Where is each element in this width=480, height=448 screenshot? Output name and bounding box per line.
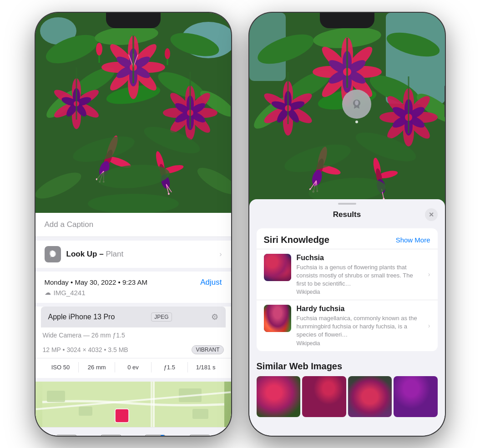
hardy-title: Hardy fuchsia (297, 305, 423, 313)
svg-rect-92 (115, 409, 129, 423)
share-button[interactable] (56, 435, 76, 435)
lookup-label: Look Up – Plant (66, 250, 124, 259)
lookup-arrow-icon: › (219, 250, 222, 258)
date-text: Monday • May 30, 2022 • 9:23 AM (45, 278, 147, 286)
hardy-source: Wikipedia (297, 340, 423, 347)
caption-area[interactable]: Add a Caption (35, 213, 231, 237)
similar-img-2[interactable] (302, 376, 346, 417)
knowledge-header: Siri Knowledge Show More (257, 228, 438, 249)
shutter-text: 1/181 s (188, 362, 224, 372)
aperture-text: ƒ1.5 (152, 362, 188, 372)
ev-text: 0 ev (115, 362, 152, 372)
favorite-button[interactable] (101, 435, 121, 435)
sheet-title: Results (333, 210, 361, 219)
svg-point-86 (51, 251, 55, 257)
hardy-text: Hardy fuchsia Fuchsia magellanica, commo… (297, 305, 423, 347)
svg-rect-91 (192, 409, 208, 419)
info-badge: i (160, 435, 165, 435)
info-button[interactable]: i (145, 435, 165, 435)
svg-rect-88 (47, 391, 65, 402)
camera-header: Apple iPhone 13 Pro JPEG ⚙ (41, 307, 226, 327)
svg-rect-89 (79, 407, 92, 416)
hardy-arrow-icon: › (428, 322, 430, 329)
knowledge-item-fuchsia[interactable]: Fuchsia Fuchsia is a genus of flowering … (257, 249, 438, 300)
resolution-text: 12 MP • 3024 × 4032 • 3.5 MB (43, 346, 128, 353)
caption-placeholder: Add a Caption (45, 220, 94, 229)
similar-section: Similar Web Images (249, 355, 445, 421)
focal-length-text: 26 mm (79, 362, 115, 372)
knowledge-title: Siri Knowledge (264, 235, 329, 245)
lookup-icon (45, 246, 61, 262)
similar-title: Similar Web Images (257, 361, 438, 372)
hardy-desc: Fuchsia magellanica, commonly known as t… (297, 314, 423, 339)
fuchsia-thumbnail (264, 254, 291, 281)
similar-img-3[interactable] (348, 376, 392, 417)
iso-text: ISO 50 (43, 362, 79, 372)
visual-search-button[interactable] (342, 90, 371, 119)
lookup-row[interactable]: Look Up – Plant › (35, 241, 231, 268)
meta-section: Monday • May 30, 2022 • 9:23 AM Adjust ☁… (35, 272, 231, 303)
vibrant-badge: VIBRANT (192, 345, 223, 354)
resolution-row: 12 MP • 3024 × 4032 • 3.5 MB VIBRANT (35, 343, 231, 358)
fuchsia-text: Fuchsia Fuchsia is a genus of flowering … (297, 254, 423, 296)
fuchsia-arrow-icon: › (428, 271, 430, 278)
map-area[interactable] (35, 382, 231, 427)
svg-point-174 (355, 101, 359, 106)
bottom-toolbar: i (35, 427, 231, 435)
hardy-thumbnail (264, 305, 291, 332)
sheet-header: Results ✕ (249, 205, 445, 225)
photo-area[interactable] (35, 13, 231, 213)
svg-point-76 (165, 48, 170, 59)
fuchsia-title: Fuchsia (297, 254, 423, 262)
results-sheet: Results ✕ Siri Knowledge Show More Fuchs… (249, 199, 445, 436)
similar-images (257, 376, 438, 417)
similar-img-4[interactable] (394, 376, 438, 417)
show-more-button[interactable]: Show More (396, 236, 430, 244)
fuchsia-source: Wikipedia (297, 289, 423, 295)
knowledge-section: Siri Knowledge Show More Fuchsia Fuchsia… (257, 228, 438, 351)
cloud-icon: ☁ (45, 289, 51, 296)
close-button[interactable]: ✕ (425, 208, 438, 221)
filename-text: IMG_4241 (54, 289, 86, 297)
filename-row: ☁ IMG_4241 (45, 289, 222, 297)
adjust-button[interactable]: Adjust (200, 278, 222, 287)
right-photo-area[interactable] (249, 13, 445, 231)
similar-img-1[interactable] (257, 376, 301, 417)
camera-section: Apple iPhone 13 Pro JPEG ⚙ Wide Camera —… (35, 307, 231, 378)
svg-point-85 (88, 194, 179, 213)
settings-icon[interactable]: ⚙ (211, 312, 218, 322)
right-phone: Results ✕ Siri Knowledge Show More Fuchs… (249, 13, 445, 436)
left-phone: Add a Caption Look Up – Plant › Monday •… (35, 13, 231, 436)
visual-search-dot (355, 121, 358, 123)
camera-model-text: Apple iPhone 13 Pro (48, 313, 115, 321)
jpeg-badge: JPEG (151, 312, 172, 322)
svg-point-74 (96, 43, 102, 55)
knowledge-item-hardy[interactable]: Hardy fuchsia Fuchsia magellanica, commo… (257, 300, 438, 351)
fuchsia-desc: Fuchsia is a genus of flowering plants t… (297, 263, 423, 288)
lens-text: Wide Camera — 26 mm ƒ1.5 (35, 327, 231, 344)
delete-button[interactable] (190, 435, 210, 435)
exif-row: ISO 50 26 mm 0 ev ƒ1.5 1/181 s (35, 358, 231, 378)
